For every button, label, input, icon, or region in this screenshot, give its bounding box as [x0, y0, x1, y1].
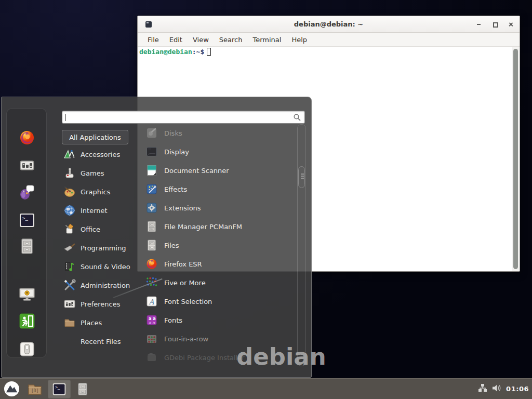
app-effects[interactable]: Effects [145, 180, 291, 198]
minimize-button[interactable] [476, 22, 481, 26]
terminal-menubar: File Edit View Search Terminal Help [138, 33, 520, 47]
category-places[interactable]: Places [63, 314, 141, 331]
volume-icon[interactable] [492, 384, 501, 394]
svg-text:>_: >_ [22, 216, 28, 221]
folder-icon: [D] [27, 382, 43, 396]
places-icon [63, 316, 76, 329]
search-caret [65, 114, 66, 121]
svg-text:A: A [149, 298, 155, 306]
internet-icon [63, 204, 76, 217]
svg-text:>_: >_ [55, 385, 60, 390]
network-icon[interactable] [478, 383, 487, 394]
menu-view[interactable]: View [188, 34, 214, 45]
category-accessories[interactable]: Accessories [63, 146, 141, 163]
category-programming[interactable]: Programming [63, 240, 141, 256]
menu-logo-icon [4, 381, 20, 397]
terminal-prompt: debian@debian:~$ [139, 48, 211, 56]
games-icon [63, 167, 76, 179]
font-selection-icon: A [145, 295, 158, 308]
file-cabinet-icon [145, 220, 158, 233]
search-icon [293, 113, 301, 124]
category-recent-files[interactable]: Recent Files [63, 333, 141, 350]
disks-icon [145, 127, 158, 139]
files-button[interactable] [74, 380, 91, 398]
terminal-button[interactable]: >_ [48, 380, 71, 398]
four-in-a-row-icon [145, 332, 158, 345]
terminal-scrollbar[interactable] [512, 47, 519, 271]
menu-search[interactable]: Search [214, 34, 248, 45]
logout-icon[interactable] [19, 313, 35, 329]
application-menu: >_ [1, 97, 312, 378]
debian-wallpaper-watermark: debian [236, 343, 326, 370]
accessories-icon [63, 148, 76, 161]
app-firefox-esr[interactable]: Firefox ESR [145, 255, 291, 273]
preferences-icon [63, 298, 76, 310]
app-document-scanner[interactable]: Document Scanner [145, 162, 291, 179]
app-extensions[interactable]: Extensions [145, 199, 291, 217]
display-icon [145, 145, 158, 158]
file-cabinet-icon [145, 239, 158, 251]
svg-text:a a: a a [149, 321, 155, 325]
search-input[interactable] [62, 111, 305, 124]
sound-video-icon [63, 260, 76, 273]
graphics-icon [63, 185, 76, 198]
settings-box-icon[interactable] [19, 157, 35, 174]
app-display[interactable]: Display [145, 143, 291, 161]
taskbar: [D] >_ [0, 378, 532, 399]
menu-terminal[interactable]: Terminal [247, 34, 286, 45]
app-five-or-more[interactable]: Five or More [145, 274, 291, 291]
terminal-cursor [207, 48, 211, 56]
app-file-manager-pcmanfm[interactable]: File Manager PCManFM [145, 218, 291, 235]
programming-icon [63, 242, 76, 254]
close-button[interactable] [509, 22, 513, 26]
file-cabinet-icon[interactable] [19, 238, 35, 255]
category-all-applications[interactable]: All Applications [62, 130, 128, 144]
file-manager-button[interactable]: [D] [25, 380, 45, 398]
app-files[interactable]: Files [145, 236, 291, 254]
desktop[interactable]: debian@debian: ~ File Edit View Search T… [0, 0, 532, 399]
effects-icon [145, 183, 158, 195]
pidgin-icon[interactable] [19, 184, 35, 201]
menu-help[interactable]: Help [286, 34, 312, 45]
firefox-icon[interactable] [19, 129, 35, 146]
terminal-icon: >_ [52, 382, 66, 396]
document-scanner-icon [145, 164, 158, 177]
terminal-titlebar[interactable]: debian@debian: ~ [138, 16, 520, 33]
category-graphics[interactable]: Graphics [63, 183, 141, 200]
gdebi-icon [145, 351, 158, 364]
shutdown-icon[interactable] [19, 341, 35, 357]
menu-file[interactable]: File [142, 34, 164, 45]
extensions-icon [145, 202, 158, 214]
office-icon [63, 223, 76, 235]
administration-icon [63, 279, 76, 291]
app-fonts[interactable]: a a a a Fonts [145, 311, 291, 329]
menu-sidebar: >_ [6, 108, 47, 358]
category-games[interactable]: Games [63, 165, 141, 181]
prompt-user: debian@debian [139, 48, 192, 56]
category-preferences[interactable]: Preferences [63, 296, 141, 312]
terminal-scrollbar-thumb[interactable] [513, 49, 518, 269]
lock-screen-icon[interactable] [19, 286, 35, 303]
menu-button[interactable] [2, 380, 22, 398]
maximize-button[interactable] [493, 22, 497, 26]
category-sound-video[interactable]: Sound & Video [63, 258, 141, 275]
category-office[interactable]: Office [63, 221, 141, 237]
terminal-app-icon [145, 21, 152, 28]
terminal-icon[interactable]: >_ [19, 212, 35, 229]
app-font-selection[interactable]: A Font Selection [145, 292, 291, 310]
prompt-path: :~$ [192, 48, 204, 56]
fonts-icon: a a a a [145, 314, 158, 326]
menu-scrollbar-thumb[interactable] [298, 166, 305, 188]
file-cabinet-icon [76, 382, 89, 396]
taskbar-clock[interactable]: 01:06 [506, 385, 529, 393]
app-disks: Disks [145, 124, 291, 142]
menu-scrollbar[interactable] [297, 124, 306, 366]
svg-text:[D]: [D] [31, 389, 38, 393]
firefox-icon [145, 258, 158, 270]
menu-edit[interactable]: Edit [164, 34, 188, 45]
terminal-title: debian@debian: ~ [138, 20, 520, 28]
category-internet[interactable]: Internet [63, 202, 141, 219]
